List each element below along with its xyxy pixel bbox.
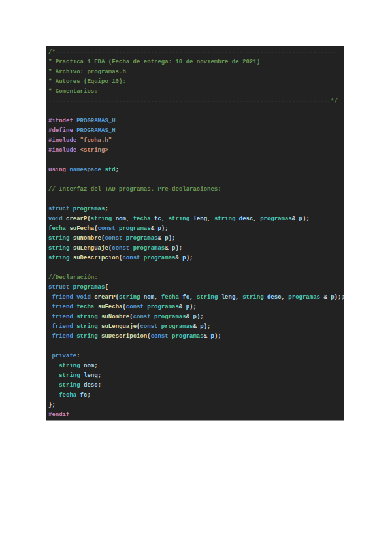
- code-line: #ifndef PROGRAMAS_H: [48, 116, 344, 126]
- code-line: using namespace std;: [48, 165, 344, 175]
- code-line: * Comentarios:: [48, 87, 344, 97]
- code-line: };: [48, 400, 344, 410]
- code-line: string suLenguaje(const programas& p);: [48, 244, 344, 253]
- code-line: friend string suNombre(const programas& …: [48, 312, 344, 322]
- code-line: friend string suDescripcion(const progra…: [48, 332, 344, 342]
- code-line: void crearP(string nom, fecha fc, string…: [48, 214, 344, 224]
- code-line: string desc;: [48, 381, 344, 391]
- code-line: string suNombre(const programas& p);: [48, 234, 344, 244]
- code-line: * Autores (Equipo 10):: [48, 77, 344, 87]
- code-line: string suDescripcion(const programas& p)…: [48, 253, 344, 263]
- code-line: fecha fc;: [48, 391, 344, 400]
- code-line: #include "fecha.h": [48, 136, 344, 146]
- code-line: * Archivo: programas.h: [48, 67, 344, 77]
- code-line: struct programas;: [48, 204, 344, 214]
- code-line: #include <string>: [48, 146, 344, 155]
- code-line: #define PROGRAMAS_H: [48, 126, 344, 136]
- code-line: private:: [48, 351, 344, 361]
- code-line: string leng;: [48, 371, 344, 381]
- code-screenshot: /*--------------------------------------…: [46, 46, 344, 421]
- code-line: fecha suFecha(const programas& p);: [48, 224, 344, 234]
- code-line: [48, 175, 344, 185]
- code-line: [48, 195, 344, 204]
- code-line: struct programas{: [48, 283, 344, 293]
- code-line: ----------------------------------------…: [48, 97, 344, 106]
- code-line: [48, 263, 344, 273]
- code-line: * Practica 1 EDA (Fecha de entrega: 10 d…: [48, 57, 344, 67]
- code-line: [48, 342, 344, 351]
- code-line: [48, 106, 344, 116]
- document-page: /*--------------------------------------…: [0, 0, 392, 554]
- code-line: friend void crearP(string nom, fecha fc,…: [48, 293, 344, 302]
- code-line: friend fecha suFecha(const programas& p)…: [48, 302, 344, 312]
- code-line: //Declaración:: [48, 273, 344, 283]
- code-line: string nom;: [48, 361, 344, 371]
- code-line: friend string suLenguaje(const programas…: [48, 322, 344, 332]
- code-line: [48, 155, 344, 165]
- code-line: /*--------------------------------------…: [48, 48, 344, 57]
- code-line: // Interfaz del TAD programas. Pre-decla…: [48, 185, 344, 195]
- code-line: #endif: [48, 410, 344, 420]
